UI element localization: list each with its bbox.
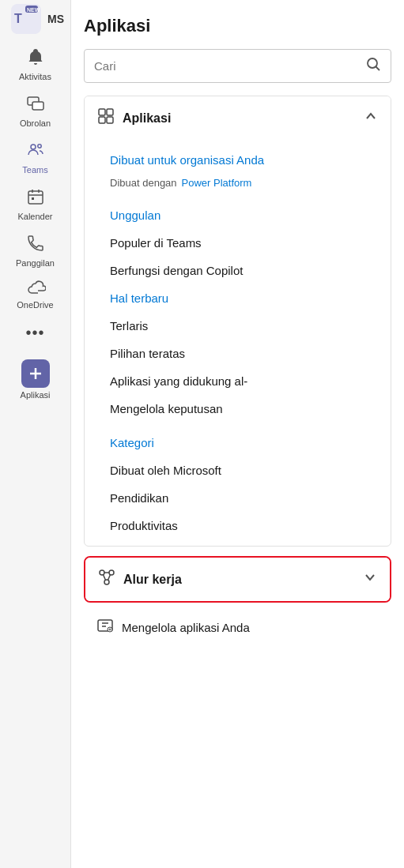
svg-rect-5 bbox=[32, 102, 43, 110]
menu-item-unggulan[interactable]: Unggulan bbox=[100, 201, 391, 229]
svg-line-16 bbox=[376, 67, 380, 71]
section-header-left: Aplikasi bbox=[97, 107, 171, 129]
main-content: Aplikasi Aplikasi bbox=[71, 0, 404, 868]
menu-item-terlaris[interactable]: Terlaris bbox=[100, 312, 391, 340]
calendar-icon bbox=[26, 187, 45, 209]
onedrive-label: OneDrive bbox=[17, 300, 53, 310]
menu-spacer-1 bbox=[100, 195, 391, 201]
panggilan-label: Panggilan bbox=[16, 258, 55, 268]
svg-rect-18 bbox=[107, 109, 113, 115]
menu-item-dibuat-dengan: Dibuat dengan Power Platform bbox=[100, 174, 391, 195]
search-bar[interactable] bbox=[84, 49, 391, 83]
alur-kerja-chevron-icon bbox=[363, 570, 377, 588]
obrolan-label: Obrolan bbox=[20, 118, 51, 128]
svg-rect-20 bbox=[107, 117, 113, 123]
search-input[interactable] bbox=[94, 59, 365, 73]
sidebar-item-obrolan[interactable]: Obrolan bbox=[4, 88, 67, 133]
svg-text:NEW: NEW bbox=[27, 7, 40, 13]
page-title: Aplikasi bbox=[84, 16, 391, 36]
svg-point-22 bbox=[109, 570, 114, 575]
mengelola-label: Mengelola aplikasi Anda bbox=[122, 621, 250, 634]
bell-icon bbox=[26, 47, 45, 70]
menu-item-hal-terbaru[interactable]: Hal terbaru bbox=[100, 284, 391, 312]
sidebar-item-apps[interactable]: Aplikasi bbox=[4, 353, 67, 404]
sidebar-nav: Aktivitas Obrolan Teams bbox=[0, 41, 70, 419]
sidebar-header: T NEW MS bbox=[0, 0, 70, 38]
aktivitas-label: Aktivitas bbox=[19, 72, 51, 81]
alur-kerja-section: Alur kerja bbox=[84, 556, 391, 603]
alur-kerja-header[interactable]: Alur kerja bbox=[85, 558, 390, 601]
svg-rect-19 bbox=[99, 117, 105, 123]
svg-point-21 bbox=[100, 570, 104, 575]
menu-spacer-2 bbox=[100, 423, 391, 429]
alur-kerja-left: Alur kerja bbox=[98, 569, 182, 590]
phone-icon bbox=[26, 234, 45, 256]
svg-rect-8 bbox=[28, 191, 43, 204]
mengelola-icon bbox=[96, 617, 114, 638]
svg-point-15 bbox=[368, 58, 377, 68]
menu-item-dibuat-untuk-org[interactable]: Dibuat untuk organisasi Anda bbox=[100, 146, 391, 174]
menu-item-pendidikan[interactable]: Pendidikan bbox=[100, 484, 391, 512]
menu-item-populer[interactable]: Populer di Teams bbox=[100, 229, 391, 257]
svg-point-6 bbox=[31, 145, 36, 149]
menu-item-pilihan-teratas[interactable]: Pilihan teratas bbox=[100, 340, 391, 367]
svg-point-7 bbox=[37, 145, 40, 148]
more-dots-icon: ••• bbox=[25, 324, 44, 342]
aplikasi-section: Aplikasi Dibuat untuk organisasi Anda Di… bbox=[84, 96, 391, 547]
alur-kerja-label: Alur kerja bbox=[123, 573, 182, 587]
sidebar: T NEW MS Aktivitas Obrola bbox=[0, 0, 71, 868]
apps-plus-icon bbox=[21, 359, 50, 388]
aplikasi-chevron-icon bbox=[364, 109, 378, 127]
svg-rect-12 bbox=[32, 197, 34, 200]
svg-line-26 bbox=[108, 575, 111, 581]
search-icon bbox=[365, 56, 381, 76]
sidebar-item-onedrive[interactable]: OneDrive bbox=[4, 274, 67, 314]
svg-rect-17 bbox=[99, 109, 105, 115]
apps-grid-icon bbox=[97, 107, 115, 129]
onedrive-icon bbox=[25, 280, 46, 298]
menu-item-berfungsi[interactable]: Berfungsi dengan Copilot bbox=[100, 257, 391, 284]
menu-item-produktivitas[interactable]: Produktivitas bbox=[100, 512, 391, 539]
sidebar-item-panggilan[interactable]: Panggilan bbox=[4, 227, 67, 272]
teams-icon bbox=[26, 141, 45, 163]
apps-label: Aplikasi bbox=[21, 390, 51, 400]
menu-item-aplikasi-didukung[interactable]: Aplikasi yang didukung al- bbox=[100, 367, 391, 395]
workflow-icon bbox=[98, 569, 115, 590]
ms-label: MS bbox=[47, 13, 64, 25]
sidebar-item-teams[interactable]: Teams bbox=[4, 134, 67, 179]
teams-logo: T NEW bbox=[11, 4, 41, 34]
teams-label: Teams bbox=[22, 165, 47, 175]
dibuat-dengan-label: Dibuat dengan bbox=[110, 177, 177, 189]
aplikasi-section-label: Aplikasi bbox=[123, 111, 171, 126]
kalender-label: Kalender bbox=[17, 212, 52, 221]
svg-line-25 bbox=[104, 575, 106, 581]
svg-point-23 bbox=[104, 580, 109, 584]
apps-menu-list: Dibuat untuk organisasi Anda Dibuat deng… bbox=[85, 140, 391, 546]
mengelola-row[interactable]: Mengelola aplikasi Anda bbox=[84, 606, 391, 649]
menu-item-mengelola-keputusan[interactable]: Mengelola keputusan bbox=[100, 395, 391, 423]
chat-icon bbox=[26, 94, 45, 116]
menu-item-dibuat-microsoft[interactable]: Dibuat oleh Microsoft bbox=[100, 457, 391, 484]
power-platform-badge[interactable]: Power Platform bbox=[182, 177, 252, 189]
sidebar-item-aktivitas[interactable]: Aktivitas bbox=[4, 41, 67, 86]
svg-text:T: T bbox=[14, 12, 22, 25]
sidebar-more[interactable]: ••• bbox=[4, 316, 67, 350]
sidebar-item-kalender[interactable]: Kalender bbox=[4, 181, 67, 226]
menu-item-kategori[interactable]: Kategori bbox=[100, 429, 391, 457]
aplikasi-section-header[interactable]: Aplikasi bbox=[85, 96, 391, 140]
